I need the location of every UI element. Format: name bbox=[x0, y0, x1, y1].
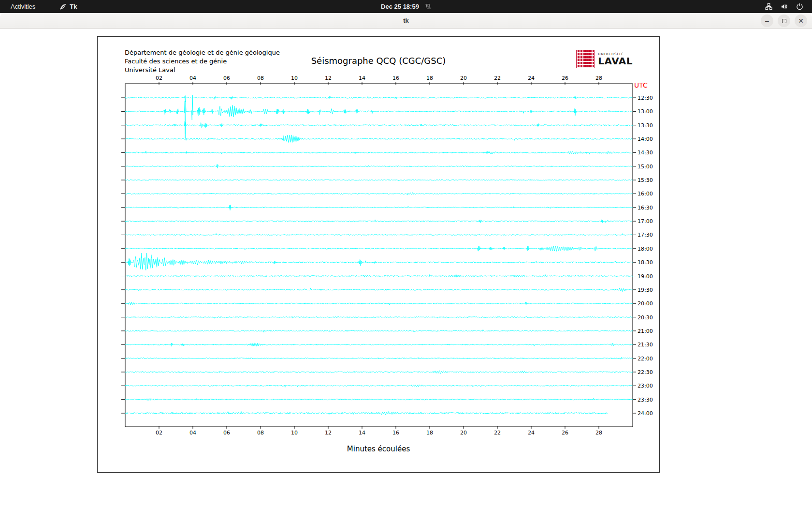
x-tick-label-bottom: 20 bbox=[460, 430, 467, 436]
x-tick-label-bottom: 16 bbox=[392, 430, 399, 436]
x-tick-label-top: 16 bbox=[392, 75, 399, 81]
volume-icon[interactable] bbox=[781, 3, 788, 10]
seismo-trace bbox=[125, 151, 633, 154]
utc-label: UTC bbox=[634, 81, 648, 89]
clock-menu[interactable]: Dec 25 18:59 bbox=[381, 3, 431, 10]
system-tray[interactable] bbox=[765, 3, 812, 10]
seismo-trace bbox=[125, 398, 633, 401]
x-tick-label-top: 04 bbox=[189, 75, 196, 81]
close-button[interactable]: ✕ bbox=[795, 15, 807, 27]
x-tick-label-top: 10 bbox=[291, 75, 298, 81]
window-titlebar[interactable]: tk – ✕ bbox=[0, 13, 812, 29]
x-tick-label-top: 24 bbox=[528, 75, 535, 81]
trace-time-label: 17:30 bbox=[638, 232, 653, 238]
notifications-muted-icon bbox=[425, 3, 431, 10]
seismo-trace bbox=[125, 411, 608, 415]
seismo-trace bbox=[125, 288, 633, 291]
clock-label: Dec 25 18:59 bbox=[381, 3, 419, 10]
trace-time-label: 21:30 bbox=[638, 342, 653, 348]
seismo-trace bbox=[125, 205, 633, 210]
seismo-trace bbox=[125, 135, 633, 143]
seismo-trace bbox=[125, 274, 633, 277]
seismo-trace bbox=[125, 329, 633, 332]
trace-time-label: 16:30 bbox=[638, 205, 653, 211]
window-controls: – ✕ bbox=[761, 15, 807, 27]
taskbar-app-tk[interactable]: Tk bbox=[59, 3, 77, 10]
x-tick-label-top: 20 bbox=[460, 75, 467, 81]
minimize-button[interactable]: – bbox=[761, 15, 773, 27]
trace-time-label: 14:30 bbox=[638, 149, 653, 156]
x-tick-label-bottom: 02 bbox=[156, 430, 162, 436]
trace-time-label: 24:00 bbox=[638, 410, 653, 417]
seismo-trace bbox=[125, 121, 633, 134]
seismo-trace bbox=[125, 343, 633, 346]
maximize-button[interactable] bbox=[778, 15, 790, 27]
seismo-trace bbox=[125, 95, 633, 138]
seismo-trace bbox=[125, 246, 633, 252]
trace-time-label: 22:00 bbox=[638, 356, 653, 362]
trace-time-label: 13:00 bbox=[638, 108, 653, 115]
seismo-trace bbox=[125, 96, 633, 102]
trace-time-label: 15:30 bbox=[638, 177, 653, 183]
seismo-trace bbox=[125, 164, 633, 168]
minimize-icon: – bbox=[765, 17, 769, 25]
seismo-trace bbox=[125, 253, 633, 270]
x-tick-label-top: 12 bbox=[325, 75, 332, 81]
seismo-trace bbox=[125, 371, 633, 374]
top-bar: Activities Tk Dec 25 18:59 bbox=[0, 0, 812, 13]
trace-time-label: 20:00 bbox=[638, 300, 653, 307]
trace-time-label: 17:00 bbox=[638, 218, 653, 224]
seismo-trace bbox=[125, 384, 633, 387]
x-tick-label-bottom: 22 bbox=[494, 430, 501, 436]
x-tick-label-top: 18 bbox=[426, 75, 433, 81]
x-tick-label-top: 08 bbox=[257, 75, 264, 81]
topbar-left: Activities Tk bbox=[0, 2, 77, 11]
x-tick-label-top: 28 bbox=[595, 75, 602, 81]
plot-border bbox=[125, 84, 633, 427]
trace-time-label: 21:00 bbox=[638, 328, 653, 334]
x-tick-label-bottom: 06 bbox=[223, 430, 230, 436]
trace-time-label: 16:00 bbox=[638, 191, 653, 197]
x-tick-label-bottom: 10 bbox=[291, 430, 298, 436]
x-tick-label-top: 06 bbox=[223, 75, 230, 81]
x-tick-label-bottom: 04 bbox=[189, 430, 196, 436]
x-axis-title: Minutes écoulées bbox=[98, 445, 659, 453]
x-tick-label-top: 22 bbox=[494, 75, 501, 81]
trace-time-label: 18:30 bbox=[638, 259, 653, 266]
x-tick-label-bottom: 28 bbox=[595, 430, 602, 436]
trace-time-label: 12:30 bbox=[638, 95, 653, 101]
tk-feather-icon bbox=[59, 3, 66, 10]
seismo-trace bbox=[125, 302, 633, 305]
maximize-icon bbox=[782, 19, 786, 23]
seismograph-canvas: Département de géologie et de génie géol… bbox=[97, 36, 660, 473]
x-tick-label-bottom: 12 bbox=[325, 430, 332, 436]
trace-time-label: 23:00 bbox=[638, 383, 653, 389]
trace-time-label: 19:30 bbox=[638, 287, 653, 293]
power-icon[interactable] bbox=[796, 3, 803, 10]
network-icon[interactable] bbox=[765, 3, 772, 10]
seismo-trace bbox=[125, 179, 633, 181]
seismo-trace bbox=[125, 220, 633, 223]
trace-time-label: 20:30 bbox=[638, 314, 653, 321]
close-icon: ✕ bbox=[798, 17, 804, 25]
app-content: Département de géologie et de génie géol… bbox=[0, 29, 812, 508]
x-tick-label-top: 14 bbox=[359, 75, 365, 81]
x-tick-label-bottom: 14 bbox=[359, 430, 365, 436]
trace-time-label: 19:00 bbox=[638, 273, 653, 280]
seismo-trace bbox=[125, 234, 633, 236]
trace-time-label: 18:00 bbox=[638, 246, 653, 252]
x-tick-label-top: 02 bbox=[156, 75, 162, 81]
trace-time-label: 22:30 bbox=[638, 369, 653, 375]
desktop: Activities Tk Dec 25 18:59 bbox=[0, 0, 812, 508]
x-tick-label-top: 26 bbox=[562, 75, 568, 81]
taskbar-app-label: Tk bbox=[70, 3, 77, 10]
trace-time-label: 23:30 bbox=[638, 397, 653, 403]
trace-time-label: 14:00 bbox=[638, 136, 653, 142]
activities-button[interactable]: Activities bbox=[7, 2, 39, 11]
trace-time-label: 13:30 bbox=[638, 122, 653, 129]
seismogram-plot: 0202040406060808101012121414161618182020… bbox=[98, 37, 660, 473]
trace-time-label: 15:00 bbox=[638, 164, 653, 170]
window-title: tk bbox=[403, 17, 409, 24]
x-tick-label-bottom: 08 bbox=[257, 430, 264, 436]
seismo-trace bbox=[125, 316, 633, 318]
